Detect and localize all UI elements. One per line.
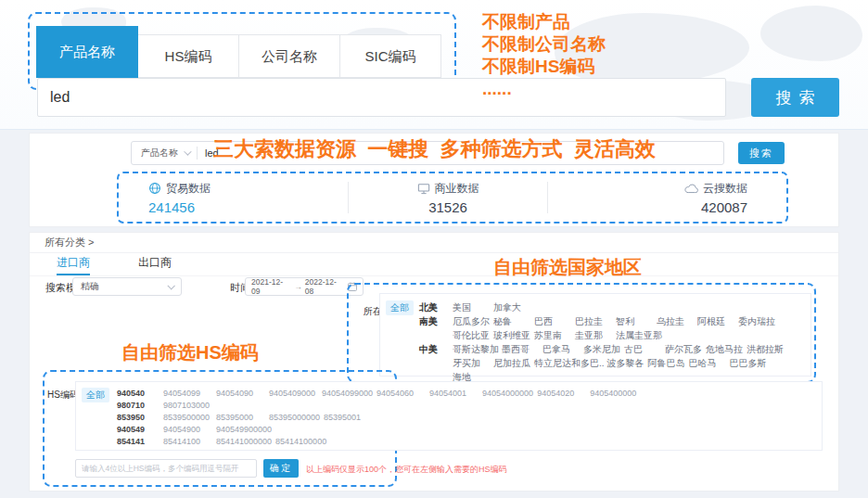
region-option[interactable]: 巴拉圭 — [575, 314, 616, 328]
hs-code-row: 9807109807103000 — [117, 400, 816, 412]
hs-code-head[interactable]: 854141 — [117, 436, 163, 448]
region-option[interactable]: 阿鲁巴岛 — [648, 356, 689, 370]
region-option[interactable]: 多米尼加 — [583, 342, 624, 356]
region-option[interactable]: 危地马拉 — [706, 342, 747, 356]
data-source-label: 云搜数据 — [703, 181, 747, 197]
hs-code-option[interactable]: 85395000 — [216, 412, 269, 424]
region-option[interactable]: 乌拉圭 — [657, 314, 697, 328]
region-option[interactable]: 尼加拉瓜 — [493, 356, 534, 370]
keyword-input[interactable] — [37, 78, 726, 117]
region-group-name: 中美 — [419, 342, 453, 384]
hs-annotation: 自由筛选HS编码 — [121, 340, 259, 365]
data-source-label-row: 贸易数据 — [148, 181, 211, 197]
region-option[interactable]: 特立尼达和多巴.. — [534, 356, 607, 370]
hero-annotation-line: 不限制产品 — [482, 11, 606, 33]
region-option[interactable]: 巴巴多斯 — [730, 356, 771, 370]
hs-limit-note: 以上编码仅显示100个，您可在左侧输入需要的HS编码 — [306, 464, 507, 476]
hs-code-option[interactable]: 85395001 — [324, 412, 377, 424]
category-select[interactable]: 产品名称 — [141, 147, 189, 160]
hs-code-option[interactable]: 85414100 — [163, 436, 216, 448]
region-country-list: 美国加拿大 — [453, 300, 805, 314]
confirm-button[interactable]: 确定 — [263, 459, 299, 478]
region-option[interactable]: 苏里南 — [534, 328, 575, 342]
hs-code-option[interactable]: 94054090 — [216, 388, 269, 400]
region-option[interactable]: 美国 — [453, 300, 493, 314]
date-range-picker[interactable]: 2021-12-09 → 2022-12-08 — [245, 277, 364, 296]
hs-code-option[interactable]: 854141000000 — [216, 436, 275, 448]
hs-code-option[interactable]: 94054900 — [163, 424, 216, 436]
hs-code-head[interactable]: 940549 — [117, 424, 163, 436]
data-source-item[interactable]: 贸易数据241456 — [119, 181, 348, 215]
monitor-icon — [417, 183, 430, 195]
search-mode-select[interactable]: 精确 — [72, 277, 182, 296]
region-option[interactable]: 圭亚那 — [575, 328, 616, 342]
data-source-stats: 贸易数据241456商业数据31526云搜数据420087 — [119, 173, 786, 222]
region-option[interactable]: 法属圭亚那 — [616, 328, 665, 342]
trader-type-tab[interactable]: 出口商 — [138, 255, 172, 275]
region-option[interactable]: 洪都拉斯 — [747, 342, 787, 356]
data-source-count: 420087 — [701, 199, 747, 215]
hs-code-option[interactable]: 94054099 — [163, 388, 216, 400]
region-option[interactable]: 哥伦比亚 — [453, 328, 493, 342]
chevron-down-icon — [167, 282, 174, 289]
breadcrumb[interactable]: 所有分类 > — [45, 236, 94, 249]
results-panel: 所有分类 > 进口商出口商 搜索模式: 精确 时间: 2021-12-09 → … — [29, 232, 839, 492]
hs-code-head[interactable]: 853950 — [117, 412, 163, 424]
region-option[interactable]: 智利 — [616, 314, 657, 328]
search-type-tab[interactable]: 公司名称 — [238, 34, 340, 78]
region-option[interactable]: 巴西 — [534, 314, 575, 328]
hs-all-tag[interactable]: 全部 — [82, 388, 109, 402]
region-option[interactable]: 委内瑞拉 — [738, 314, 779, 328]
region-option[interactable]: 阿根廷 — [697, 314, 738, 328]
hs-code-option[interactable]: 85414100000 — [275, 436, 330, 448]
hs-code-option[interactable]: 9405400000 — [590, 388, 643, 400]
hs-code-option[interactable]: 85395000000 — [269, 412, 324, 424]
hs-code-option[interactable]: 94054000000 — [482, 388, 537, 400]
hs-code-head[interactable]: 940540 — [117, 388, 163, 400]
hs-code-option[interactable]: 9807103000 — [163, 400, 216, 412]
hs-code-head[interactable]: 980710 — [117, 400, 163, 412]
hs-code-input[interactable] — [75, 459, 257, 478]
region-group-name: 北美 — [419, 300, 453, 314]
hs-code-option[interactable]: 8539500000 — [163, 412, 216, 424]
region-option[interactable]: 墨西哥 — [502, 342, 542, 356]
search-button[interactable]: 搜索 — [751, 78, 839, 117]
hs-code-option[interactable]: 94054099000 — [322, 388, 377, 400]
region-group: 南美厄瓜多尔秘鲁巴西巴拉圭智利乌拉圭阿根廷委内瑞拉哥伦比亚玻利维亚苏里南圭亚那法… — [419, 314, 805, 342]
data-source-item[interactable]: 商业数据31526 — [349, 181, 548, 215]
region-all-tag[interactable]: 全部 — [386, 300, 414, 315]
region-option[interactable]: 巴拿马 — [542, 342, 583, 356]
hs-code-option[interactable]: 94054001 — [429, 388, 482, 400]
region-option[interactable]: 哥斯达黎加 — [453, 342, 502, 356]
search-type-tab[interactable]: SIC编码 — [339, 34, 441, 78]
region-country-list: 哥斯达黎加墨西哥巴拿马多米尼加古巴萨尔瓦多危地马拉洪都拉斯牙买加尼加拉瓜特立尼达… — [453, 342, 805, 384]
data-source-item[interactable]: 云搜数据420087 — [548, 181, 786, 215]
region-annotation-box: 所在地区: 全部 北美美国加拿大南美厄瓜多尔秘鲁巴西巴拉圭智利乌拉圭阿根廷委内瑞… — [347, 283, 816, 383]
region-option[interactable]: 牙买加 — [453, 356, 493, 370]
region-option[interactable]: 加拿大 — [493, 300, 534, 314]
quick-search-button[interactable]: 搜索 — [738, 142, 785, 164]
hero-annotation-line: 不限制公司名称 — [482, 33, 606, 56]
region-group: 中美哥斯达黎加墨西哥巴拿马多米尼加古巴萨尔瓦多危地马拉洪都拉斯牙买加尼加拉瓜特立… — [419, 342, 805, 384]
region-annotation: 自由筛选国家地区 — [493, 255, 642, 280]
data-source-label-row: 商业数据 — [417, 181, 479, 197]
hs-code-option[interactable]: 94054060 — [377, 388, 429, 400]
hs-code-option[interactable]: 940549900000 — [216, 424, 275, 436]
region-option[interactable]: 巴哈马 — [689, 356, 730, 370]
hs-code-option[interactable]: 9405409000 — [269, 388, 322, 400]
headline-annotation: 三大索数据资源 一键搜 多种筛选方式 灵活高效 — [213, 135, 656, 163]
region-option[interactable]: 玻利维亚 — [493, 328, 534, 342]
trader-type-tab[interactable]: 进口商 — [57, 255, 90, 275]
search-type-tab[interactable]: HS编码 — [137, 34, 239, 78]
region-option[interactable]: 秘鲁 — [493, 314, 534, 328]
region-groups: 北美美国加拿大南美厄瓜多尔秘鲁巴西巴拉圭智利乌拉圭阿根廷委内瑞拉哥伦比亚玻利维亚… — [419, 300, 805, 369]
search-type-tab[interactable]: 产品名称 — [36, 26, 138, 78]
search-mode-value: 精确 — [81, 280, 99, 293]
region-option[interactable]: 古巴 — [624, 342, 665, 356]
globe-icon — [148, 182, 161, 195]
region-option[interactable]: 厄瓜多尔 — [453, 314, 493, 328]
region-option[interactable]: 波多黎各 — [607, 356, 648, 370]
region-option[interactable]: 萨尔瓦多 — [665, 342, 706, 356]
hs-code-row: 8539508539500000853950008539500000085395… — [117, 412, 816, 424]
hs-code-option[interactable]: 94054020 — [537, 388, 590, 400]
